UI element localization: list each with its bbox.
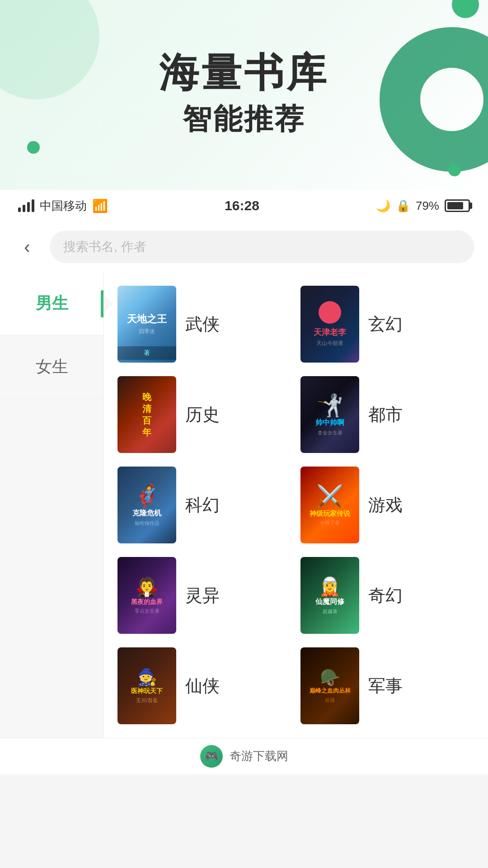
genre-label-xuanhuan: 玄幻 [368,313,403,336]
genre-label-junshi: 军事 [368,675,403,698]
sidebar: 男生 女生 [0,272,104,738]
hero-title: 海量书库 [159,51,329,95]
moon-icon: 🌙 [376,199,390,213]
back-button[interactable]: ‹ [14,233,41,260]
search-bar: ‹ 搜索书名, 作者 [0,222,488,272]
genre-cover-xuanhuan: 👁 天津老李 天山今朝著 [300,286,359,363]
genre-label-youxi: 游戏 [368,494,403,517]
genre-label-dushi: 都市 [368,403,403,426]
genre-item-kehuan[interactable]: 🦸 克隆危机 输给猫作品 科幻 [117,462,291,548]
genre-row-5: 🧙 医神玩天下 王川/百岳 仙侠 🪖 巅峰之血肉丛林 超越 军事 [117,643,474,729]
hero-decoration-dot-left [27,141,40,154]
genre-item-xianxia[interactable]: 🧙 医神玩天下 王川/百岳 仙侠 [117,643,291,729]
genre-label-kehuan: 科幻 [185,494,220,517]
main-content: 男生 女生 天地之王 四季迷 著 武侠 [0,272,488,738]
status-right: 🌙 🔒 79% [376,199,470,213]
battery-percent: 79% [416,199,439,213]
genre-row-2: 晚清百年 历史 🤺 帅中帅啊 拿金女生著 都市 [117,372,474,458]
genre-item-junshi[interactable]: 🪖 巅峰之血肉丛林 超越 军事 [300,643,474,729]
genre-row-1: 天地之王 四季迷 著 武侠 👁 天津老李 [117,281,474,367]
genre-cover-qihuan: 🧝 仙魔同修 超越著 [300,557,359,634]
hero-decoration-circle-left [0,0,99,99]
hero-decoration-dot-topright [452,0,479,18]
watermark-text: 奇游下载网 [230,748,288,764]
sidebar-item-female[interactable]: 女生 [0,335,103,399]
genre-label-qihuan: 奇幻 [368,584,403,607]
battery-fill [447,202,463,209]
hero-subtitle: 智能推荐 [183,99,305,139]
hero-decoration-arc-right [380,27,488,172]
hero-decoration-dot-bottomright [448,164,461,176]
carrier-label: 中国移动 [40,198,87,214]
genre-item-lishi[interactable]: 晚清百年 历史 [117,372,291,458]
sidebar-label-male: 男生 [36,292,68,315]
battery-icon [445,199,470,212]
genre-label-lingyi: 灵异 [185,584,220,607]
genre-cover-lingyi: 🧛 黑夜的血界 零点女生著 [117,557,176,634]
status-bar: 中国移动 📶 16:28 🌙 🔒 79% [0,190,488,222]
genre-grid: 天地之王 四季迷 著 武侠 👁 天津老李 [104,272,488,738]
bottom-watermark: 🎮 奇游下载网 [0,738,488,774]
signal-icon [18,199,34,212]
wifi-icon: 📶 [92,198,108,213]
genre-cover-kehuan: 🦸 克隆危机 输给猫作品 [117,467,176,543]
genre-cover-xianxia: 🧙 医神玩天下 王川/百岳 [117,647,176,724]
genre-cover-youxi: ⚔️ 神级玩家传说 小帅了著 [300,467,359,543]
genre-item-youxi[interactable]: ⚔️ 神级玩家传说 小帅了著 游戏 [300,462,474,548]
sidebar-item-male[interactable]: 男生 [0,272,103,335]
genre-item-qihuan[interactable]: 🧝 仙魔同修 超越著 奇幻 [300,552,474,638]
search-input[interactable]: 搜索书名, 作者 [50,231,474,263]
sidebar-label-female: 女生 [36,356,68,378]
genre-item-dushi[interactable]: 🤺 帅中帅啊 拿金女生著 都市 [300,372,474,458]
hero-section: 海量书库 智能推荐 [0,0,488,190]
genre-row-4: 🧛 黑夜的血界 零点女生著 灵异 🧝 仙魔同修 超越著 奇幻 [117,552,474,638]
genre-item-wuxia[interactable]: 天地之王 四季迷 著 武侠 [117,281,291,367]
genre-item-lingyi[interactable]: 🧛 黑夜的血界 零点女生著 灵异 [117,552,291,638]
watermark-emoji: 🎮 [205,750,218,763]
genre-item-xuanhuan[interactable]: 👁 天津老李 天山今朝著 玄幻 [300,281,474,367]
genre-cover-junshi: 🪖 巅峰之血肉丛林 超越 [300,647,359,724]
genre-label-wuxia: 武侠 [185,313,220,336]
lock-icon: 🔒 [396,199,410,213]
genre-cover-dushi: 🤺 帅中帅啊 拿金女生著 [300,376,359,453]
clock: 16:28 [225,198,259,213]
genre-row-3: 🦸 克隆危机 输给猫作品 科幻 ⚔️ 神级玩家传说 小帅了著 游戏 [117,462,474,548]
sidebar-arrow [103,295,113,313]
genre-cover-wuxia: 天地之王 四季迷 著 [117,286,176,363]
watermark-icon: 🎮 [200,745,223,768]
search-placeholder: 搜索书名, 作者 [63,238,146,255]
status-left: 中国移动 📶 [18,198,108,214]
genre-label-xianxia: 仙侠 [185,675,220,698]
genre-cover-lishi: 晚清百年 [117,376,176,453]
genre-label-lishi: 历史 [185,403,220,426]
